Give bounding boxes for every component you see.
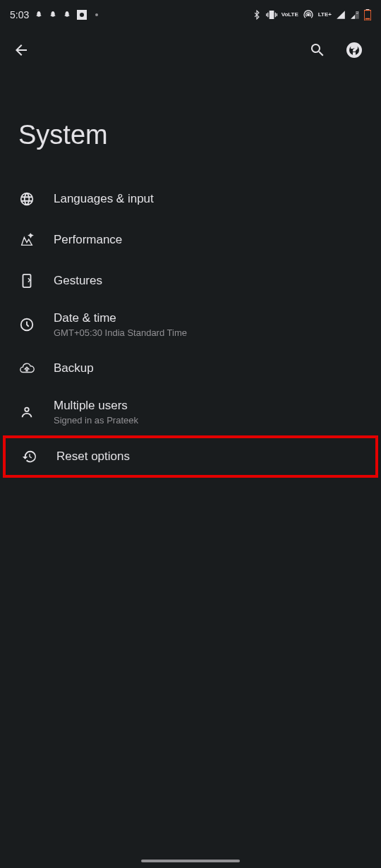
svg-rect-4 xyxy=(365,18,370,20)
status-bar: 5:03 VoLTE LTE+ R xyxy=(0,0,381,30)
setting-gestures[interactable]: Gestures xyxy=(0,260,381,301)
hotspot-icon xyxy=(303,9,314,20)
status-time: 5:03 xyxy=(10,9,29,20)
setting-title: Languages & input xyxy=(54,192,154,206)
app-bar xyxy=(0,30,381,71)
search-button[interactable] xyxy=(303,36,332,64)
bluetooth-icon xyxy=(252,10,262,20)
performance-icon xyxy=(19,232,35,248)
snapchat-icon xyxy=(63,10,71,20)
help-icon xyxy=(346,42,363,59)
svg-text:R: R xyxy=(356,11,358,15)
setting-subtitle: GMT+05:30 India Standard Time xyxy=(54,327,187,338)
network-type: LTE+ xyxy=(318,12,332,18)
globe-icon xyxy=(19,191,35,207)
arrow-back-icon xyxy=(13,42,30,59)
setting-performance[interactable]: Performance xyxy=(0,219,381,260)
snapchat-icon xyxy=(35,10,43,20)
gestures-icon xyxy=(19,273,35,289)
search-icon xyxy=(309,42,326,59)
signal-roaming-icon: R xyxy=(350,10,360,20)
reset-icon xyxy=(22,449,37,464)
page-title: System xyxy=(0,71,381,179)
vibrate-icon xyxy=(266,9,277,20)
setting-title: Performance xyxy=(54,233,122,247)
back-button[interactable] xyxy=(13,42,30,59)
svg-point-7 xyxy=(25,408,29,412)
clock-icon xyxy=(19,317,35,332)
signal-icon xyxy=(336,10,346,20)
battery-low-icon xyxy=(364,9,371,20)
setting-title: Reset options xyxy=(56,450,130,464)
person-icon xyxy=(19,404,35,420)
setting-reset-options[interactable]: Reset options xyxy=(3,435,378,478)
navigation-bar[interactable] xyxy=(141,860,240,862)
svg-point-0 xyxy=(307,13,310,16)
setting-title: Date & time xyxy=(54,311,187,325)
picture-in-picture-icon xyxy=(77,10,87,20)
settings-list: Languages & input Performance Gestures D… xyxy=(0,179,381,478)
setting-multiple-users[interactable]: Multiple users Signed in as Prateek xyxy=(0,389,381,435)
snapchat-icon xyxy=(49,10,57,20)
status-dot-icon xyxy=(95,13,98,16)
setting-title: Multiple users xyxy=(54,399,138,413)
help-button[interactable] xyxy=(340,36,368,64)
volte-icon: VoLTE xyxy=(282,12,298,18)
setting-title: Backup xyxy=(54,361,94,375)
setting-date-time[interactable]: Date & time GMT+05:30 India Standard Tim… xyxy=(0,301,381,348)
setting-subtitle: Signed in as Prateek xyxy=(54,415,138,426)
setting-languages-input[interactable]: Languages & input xyxy=(0,179,381,219)
setting-title: Gestures xyxy=(54,274,102,288)
cloud-upload-icon xyxy=(19,361,35,376)
setting-backup[interactable]: Backup xyxy=(0,348,381,389)
